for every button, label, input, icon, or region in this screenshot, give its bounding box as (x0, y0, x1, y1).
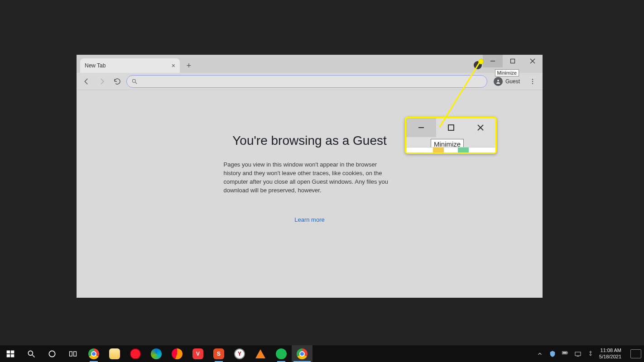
tab-new-tab[interactable]: New Tab × (80, 58, 180, 73)
taskbar-app-opera[interactable] (125, 345, 146, 362)
chrome-icon (88, 348, 99, 359)
reload-icon (113, 77, 121, 86)
opera-icon (130, 348, 141, 359)
kebab-menu-icon (529, 78, 536, 85)
taskbar-app-vlc[interactable] (250, 345, 271, 362)
file-explorer-icon (109, 348, 120, 359)
page-heading: You're browsing as a Guest (232, 133, 387, 148)
taskbar-app-vivaldi[interactable]: V (187, 345, 208, 362)
taskbar-date: 5/18/2021 (599, 354, 621, 360)
svg-rect-27 (575, 352, 581, 356)
windows-logo-icon (6, 349, 15, 358)
tab-strip: New Tab × + Minimize (77, 55, 543, 73)
svg-rect-1 (511, 59, 515, 63)
svg-point-7 (532, 79, 533, 80)
tray-chevron-up-icon[interactable] (536, 350, 544, 358)
tab-title: New Tab (85, 62, 106, 69)
window-minimize-button[interactable] (483, 55, 503, 67)
new-tab-button[interactable]: + (183, 59, 195, 72)
tray-network-icon[interactable] (574, 350, 582, 358)
page-description: Pages you view in this window won't appe… (224, 161, 396, 195)
close-icon (477, 124, 484, 131)
taskbar-search-button[interactable] (21, 345, 42, 362)
reload-button[interactable] (111, 75, 124, 88)
profile-guest-chip[interactable]: Guest (490, 75, 524, 88)
guest-avatar-icon (494, 77, 503, 86)
close-icon (530, 58, 535, 64)
chrome-icon (297, 348, 308, 359)
svg-point-6 (497, 80, 499, 81)
callout-decorative-strip (406, 147, 495, 152)
taskbar-app-edge[interactable] (146, 345, 167, 362)
browser-toolbar: Guest (77, 73, 543, 90)
svg-line-5 (135, 82, 137, 84)
window-close-button[interactable] (523, 55, 543, 67)
svg-rect-23 (74, 352, 77, 356)
maximize-icon (510, 58, 515, 64)
forward-button[interactable] (96, 75, 108, 88)
spotify-icon (276, 348, 287, 359)
forward-arrow-icon (98, 77, 106, 86)
callout-maximize-button[interactable] (436, 118, 466, 137)
vlc-icon (255, 349, 265, 358)
callout-close-button[interactable] (466, 118, 495, 137)
window-minimize-tooltip: Minimize (495, 69, 519, 76)
svg-rect-12 (448, 125, 454, 130)
taskbar-app-chrome[interactable] (83, 345, 104, 362)
windows-taskbar: V S Y 11:08 AM 5/18/2021 (0, 345, 644, 362)
window-controls (483, 55, 543, 67)
tray-usb-icon[interactable] (586, 350, 595, 358)
tray-battery-icon[interactable] (561, 350, 569, 358)
firefox-icon (172, 348, 183, 359)
svg-point-8 (532, 81, 533, 81)
taskbar-clock[interactable]: 11:08 AM 5/18/2021 (599, 348, 621, 359)
callout-minimize-button[interactable] (406, 118, 436, 137)
taskbar-time: 11:08 AM (599, 348, 621, 353)
svg-point-21 (49, 351, 55, 357)
minimize-icon (418, 124, 425, 131)
svg-line-20 (33, 355, 35, 357)
taskbar-app-chrome-guest[interactable] (292, 345, 312, 362)
callout-window-controls (406, 118, 495, 137)
search-icon (27, 349, 36, 358)
vivaldi-icon: V (192, 348, 203, 359)
back-arrow-icon (82, 77, 91, 86)
guest-label: Guest (505, 78, 520, 85)
window-maximize-button[interactable] (503, 55, 523, 67)
svg-rect-22 (70, 352, 72, 356)
taskbar-app-snagit[interactable]: S (208, 345, 229, 362)
svg-rect-15 (7, 350, 10, 353)
action-center-button[interactable] (630, 349, 641, 358)
task-view-button[interactable] (62, 345, 83, 362)
taskbar-app-yandex[interactable]: Y (229, 345, 250, 362)
svg-point-4 (132, 79, 135, 82)
svg-rect-16 (11, 350, 14, 353)
svg-point-19 (28, 351, 33, 355)
minimize-icon (490, 58, 495, 64)
edge-icon (151, 348, 162, 359)
cortana-icon (48, 349, 57, 358)
snagit-icon: S (213, 348, 224, 359)
taskbar-right: 11:08 AM 5/18/2021 (536, 348, 644, 359)
tray-security-icon[interactable] (548, 350, 557, 358)
omnibox[interactable] (126, 75, 487, 88)
omnibox-input[interactable] (141, 78, 482, 85)
search-icon (131, 78, 138, 85)
back-button[interactable] (80, 75, 93, 88)
taskbar-app-file-explorer[interactable] (104, 345, 125, 362)
svg-rect-17 (7, 354, 10, 357)
taskbar-app-firefox[interactable] (167, 345, 187, 362)
yandex-icon: Y (234, 348, 245, 359)
cortana-button[interactable] (42, 345, 62, 362)
taskbar-app-spotify[interactable] (271, 345, 292, 362)
chrome-menu-button[interactable] (526, 75, 539, 88)
learn-more-link[interactable]: Learn more (294, 216, 324, 223)
annotation-origin-dot (478, 59, 484, 64)
chrome-guest-window: New Tab × + Minimize (77, 55, 543, 298)
svg-rect-25 (567, 352, 568, 353)
start-button[interactable] (0, 345, 21, 362)
svg-point-9 (532, 83, 533, 84)
tab-close-icon[interactable]: × (172, 62, 175, 69)
svg-rect-18 (11, 354, 14, 357)
annotation-callout: Minimize (405, 117, 497, 154)
